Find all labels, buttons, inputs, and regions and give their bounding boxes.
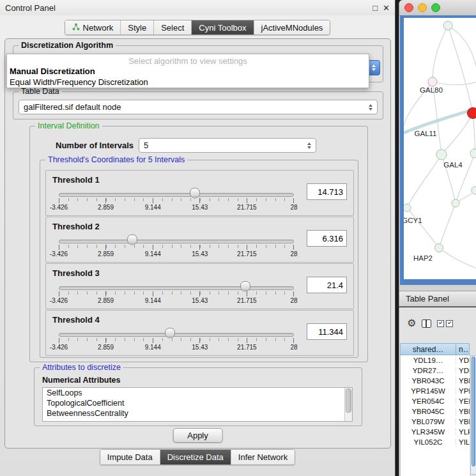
tick-label: 21.715: [237, 250, 257, 257]
slider-thumb[interactable]: [240, 281, 250, 291]
tab-label: Select: [161, 23, 184, 33]
slider-track[interactable]: [59, 333, 294, 337]
list-item[interactable]: BetweennessCentrality: [43, 408, 352, 418]
float-window-icon[interactable]: □: [372, 3, 378, 13]
checkbox-icon: [446, 320, 453, 327]
table-row[interactable]: YPR145W YPR1: [401, 386, 470, 396]
network-node[interactable]: [435, 244, 443, 252]
table-row[interactable]: YER054C YER0: [401, 396, 470, 406]
table-row[interactable]: YDL19… YDL1: [401, 355, 470, 365]
tick-label: 2.859: [98, 297, 114, 304]
threshold-slider[interactable]: -3.426 2.859 9.144 15.43 21.715 28: [59, 280, 294, 305]
list-scrollbar[interactable]: [344, 388, 352, 421]
cell: YBR043C: [401, 377, 456, 385]
control-panel-titlebar: Control Panel □ ✕: [0, 0, 395, 15]
column-header-shared-name[interactable]: shared…: [400, 343, 456, 355]
table-panel-title: Table Panel: [406, 294, 449, 303]
node-label: GAL80: [420, 86, 443, 94]
slider-track[interactable]: [59, 193, 294, 197]
network-node[interactable]: [428, 77, 437, 86]
slider-thumb[interactable]: [190, 188, 200, 198]
slider-thumb[interactable]: [127, 234, 137, 245]
tab-infer-network[interactable]: Infer Network: [231, 450, 295, 464]
threshold-value-input[interactable]: [307, 183, 347, 200]
select-columns-icon[interactable]: [437, 320, 453, 327]
threshold-slider[interactable]: -3.426 2.859 9.144 15.43 21.715 28: [59, 234, 294, 258]
threshold-slider[interactable]: -3.426 2.859 9.144 15.43 21.715 28: [59, 327, 294, 351]
tab-cyni-toolbox[interactable]: Cyni Toolbox: [192, 20, 254, 35]
node-label: HAP2: [413, 254, 433, 262]
tab-impute-data[interactable]: Impute Data: [100, 450, 160, 464]
tick-label: 9.144: [145, 344, 161, 351]
threshold-value-input[interactable]: [307, 230, 347, 247]
slider-thumb[interactable]: [165, 328, 175, 338]
zoom-button[interactable]: [431, 3, 440, 12]
network-edges[interactable]: [404, 26, 476, 268]
table-scrollbar[interactable]: [470, 355, 476, 475]
cell: YPR1: [456, 387, 470, 395]
tick-label: 2.859: [98, 204, 114, 211]
tick-label: 15.43: [192, 297, 208, 304]
table-row[interactable]: YBL079W YBL0: [401, 417, 470, 427]
bottom-tab-bar: Impute Data Discretize Data Infer Networ…: [0, 449, 395, 465]
group-label: Interval Definition: [35, 121, 102, 130]
threshold-panel: Threshold 2 -3.426 2.859 9.144 15.43: [45, 217, 354, 263]
tab-network[interactable]: Network: [65, 20, 121, 35]
attributes-list[interactable]: SelfLoops TopologicalCoefficient Between…: [42, 387, 353, 422]
columns-icon[interactable]: [422, 319, 431, 328]
table-row[interactable]: YDR27… YDR2: [401, 365, 470, 376]
tab-select[interactable]: Select: [154, 20, 192, 35]
network-node[interactable]: [443, 21, 452, 30]
tab-label: Infer Network: [238, 452, 288, 462]
close-icon[interactable]: ✕: [383, 3, 390, 13]
cell: YBR0: [456, 377, 470, 385]
num-intervals-combobox[interactable]: 5: [139, 138, 316, 153]
table-row[interactable]: YIL052C YIL0: [401, 437, 470, 447]
network-node[interactable]: [470, 149, 476, 158]
table-row[interactable]: YBR045C YBR0: [401, 406, 470, 417]
threshold-slider[interactable]: -3.426 2.859 9.144 15.43 21.715 28: [59, 187, 294, 211]
network-view-window: GAL80 GAL11 GAL4 GCY1 HAP2: [399, 0, 476, 291]
tick-label: 28: [290, 344, 297, 351]
network-node[interactable]: [436, 150, 447, 160]
table-data-combobox[interactable]: galFiltered.sif default node: [19, 100, 378, 114]
network-node-selected[interactable]: [468, 108, 476, 119]
network-node[interactable]: [404, 204, 411, 211]
group-label: Attributes to discretize: [40, 363, 123, 372]
threshold-value-input[interactable]: [307, 277, 347, 293]
cell: YDL1: [456, 357, 470, 364]
close-button[interactable]: [404, 3, 413, 12]
threshold-value-input[interactable]: [307, 323, 347, 340]
dropdown-option-equal-width[interactable]: Equal Width/Frequency Discretization: [7, 77, 369, 88]
scrollbar-thumb[interactable]: [472, 357, 475, 466]
threshold-label: Threshold 4: [52, 315, 100, 325]
minimize-button[interactable]: [418, 3, 427, 12]
list-item[interactable]: TopologicalCoefficient: [43, 398, 352, 408]
dropdown-option-manual[interactable]: Manual Discretization: [7, 66, 369, 77]
list-item[interactable]: SelfLoops: [43, 388, 352, 398]
slider-track[interactable]: [59, 240, 294, 243]
tick-label: 2.859: [98, 344, 114, 351]
scrollbar-thumb[interactable]: [346, 388, 351, 413]
table-row[interactable]: YLR345W YLR3: [401, 427, 470, 437]
tab-jactivemnodules[interactable]: jActiveMNodules: [254, 20, 330, 35]
table-row[interactable]: YBR043C YBR0: [401, 376, 470, 386]
table-header-row: shared… n…: [400, 343, 470, 355]
table-panel-window: ⚙ shared… n… YDL19… YDL1 YDR27… YDR2 YBR…: [399, 307, 476, 476]
tick-label: 9.144: [145, 297, 161, 304]
cell: YLR345W: [401, 428, 456, 436]
network-graph: GAL80 GAL11 GAL4 GCY1 HAP2: [404, 18, 476, 279]
network-node[interactable]: [472, 187, 476, 194]
tab-discretize-data[interactable]: Discretize Data: [160, 450, 231, 464]
apply-button[interactable]: Apply: [173, 428, 223, 443]
algorithm-dropdown-popup: Select algorithm to view settings Manual…: [6, 54, 369, 88]
attributes-group: Attributes to discretize Numerical Attri…: [34, 367, 362, 426]
column-header-name[interactable]: n…: [456, 343, 470, 355]
dropdown-hint: Select algorithm to view settings: [7, 54, 369, 66]
network-canvas[interactable]: GAL80 GAL11 GAL4 GCY1 HAP2: [404, 18, 476, 279]
gear-icon[interactable]: ⚙: [407, 318, 416, 328]
network-node[interactable]: [452, 199, 459, 207]
threshold-label: Threshold 1: [52, 175, 100, 185]
slider-track[interactable]: [59, 286, 294, 290]
tab-style[interactable]: Style: [121, 20, 154, 35]
